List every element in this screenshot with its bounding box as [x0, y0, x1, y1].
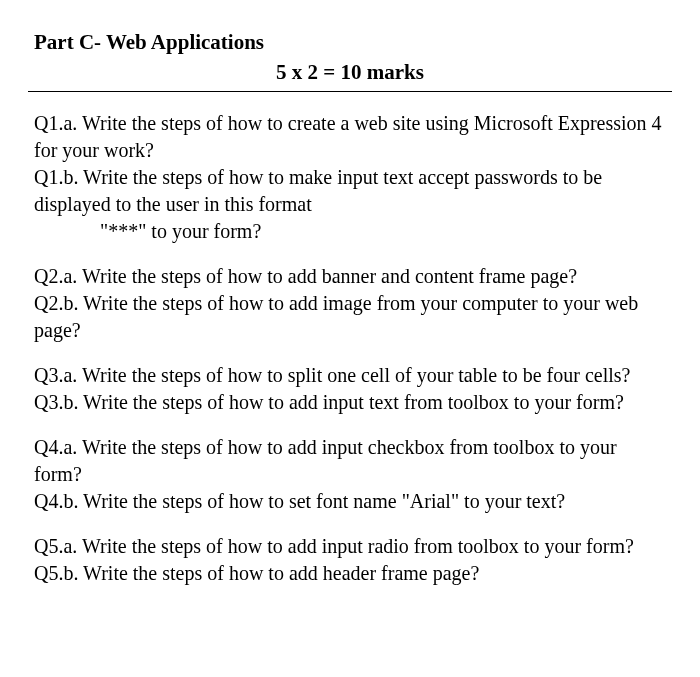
question-group-2: Q2.a. Write the steps of how to add bann…: [34, 263, 666, 344]
question-3a: Q3.a. Write the steps of how to split on…: [34, 362, 666, 389]
question-4b: Q4.b. Write the steps of how to set font…: [34, 488, 666, 515]
section-header: Part C- Web Applications 5 x 2 = 10 mark…: [34, 28, 666, 92]
question-2a: Q2.a. Write the steps of how to add bann…: [34, 263, 666, 290]
question-group-1: Q1.a. Write the steps of how to create a…: [34, 110, 666, 245]
question-5a: Q5.a. Write the steps of how to add inpu…: [34, 533, 666, 560]
question-2b: Q2.b. Write the steps of how to add imag…: [34, 290, 666, 344]
question-3b: Q3.b. Write the steps of how to add inpu…: [34, 389, 666, 416]
question-group-3: Q3.a. Write the steps of how to split on…: [34, 362, 666, 416]
question-1b-extra: "***" to your form?: [34, 218, 666, 245]
question-5b: Q5.b. Write the steps of how to add head…: [34, 560, 666, 587]
section-marks: 5 x 2 = 10 marks: [28, 58, 672, 91]
question-4a: Q4.a. Write the steps of how to add inpu…: [34, 434, 666, 488]
question-group-5: Q5.a. Write the steps of how to add inpu…: [34, 533, 666, 587]
questions-container: Q1.a. Write the steps of how to create a…: [34, 110, 666, 587]
section-title: Part C- Web Applications: [34, 28, 666, 56]
question-1a: Q1.a. Write the steps of how to create a…: [34, 110, 666, 164]
question-group-4: Q4.a. Write the steps of how to add inpu…: [34, 434, 666, 515]
question-1b: Q1.b. Write the steps of how to make inp…: [34, 164, 666, 218]
